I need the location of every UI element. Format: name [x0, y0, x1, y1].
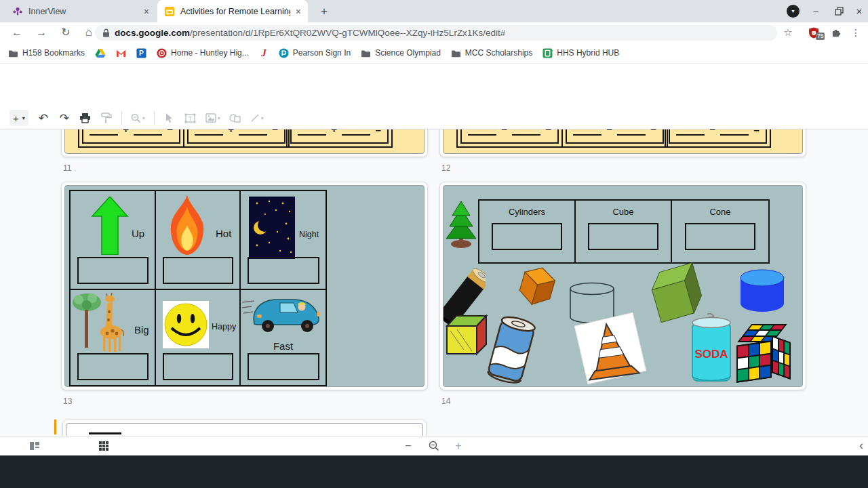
bookmark-gmail[interactable] — [116, 49, 126, 58]
hhs-hub-icon — [542, 48, 553, 58]
magnifier-icon — [131, 113, 141, 123]
slide-grid-canvas: +− +− += 11 −− −− −= 12 Up — [0, 129, 868, 436]
tab-title: Activities for Remote Learning - G — [180, 7, 290, 16]
filmstrip-view-button[interactable] — [27, 436, 42, 455]
bookmark-label: Home - Huntley Hig... — [171, 48, 249, 58]
slide-11-number: 11 — [63, 163, 71, 173]
new-slide-button[interactable]: +▾ — [9, 110, 28, 126]
bookmark-folder-h158[interactable]: H158 Bookmarks — [8, 48, 85, 58]
new-tab-button[interactable]: + — [316, 3, 332, 20]
grid-view-button[interactable] — [96, 436, 111, 455]
bookmarks-bar: H158 Bookmarks P Home - Huntley Hig... J… — [0, 43, 868, 64]
bookmark-jostens[interactable]: J — [259, 47, 269, 58]
shape-sorting-table: Cylinders Cube Cone — [478, 199, 770, 264]
undo-button[interactable]: ↶ — [37, 110, 50, 126]
window-restore-button[interactable] — [830, 0, 848, 22]
puzzle-icon — [831, 28, 841, 38]
column-cube: Cube — [576, 201, 672, 262]
bookmark-label: Pearson Sign In — [293, 48, 351, 58]
column-cylinders: Cylinders — [479, 201, 576, 262]
media-controls-button[interactable]: ▾ — [787, 5, 800, 18]
fast-car-image — [242, 291, 321, 338]
soda-label: SODA — [694, 348, 728, 361]
cell-big: Big — [71, 290, 156, 385]
jostens-icon: J — [259, 47, 269, 58]
yellow-cube-image — [443, 310, 490, 358]
zoom-out-button[interactable]: − — [400, 436, 416, 455]
fire-image — [165, 194, 209, 256]
traffic-cone-image — [566, 309, 654, 387]
insert-shape-button[interactable] — [229, 110, 241, 126]
tab-title: InnerView — [28, 7, 138, 16]
bookmark-hhs-hybrid-hub[interactable]: HHS Hybrid HUB — [542, 48, 619, 58]
browser-menu-button[interactable]: ⋮ — [848, 22, 864, 43]
chevron-down-icon: ▾ — [22, 115, 25, 121]
column-cone: Cone — [672, 201, 768, 262]
bookmark-folder-mcc-scholarships[interactable]: MCC Scholarships — [451, 48, 532, 58]
text-box-button[interactable]: T — [184, 110, 197, 126]
bookmark-drive[interactable] — [95, 48, 106, 58]
word-picture-table: Up Hot — [69, 190, 327, 386]
chevron-down-icon: ▾ — [142, 115, 145, 121]
math-box: −− — [456, 129, 563, 148]
bookmark-pearson[interactable]: Pearson Sign In — [279, 48, 351, 58]
pearson-icon — [279, 48, 289, 58]
chevron-down-icon: ▾ — [261, 115, 264, 121]
math-box: +− — [78, 129, 184, 148]
slide-12-thumbnail[interactable]: −− −− −= — [439, 129, 806, 157]
answer-box — [248, 257, 319, 284]
label-night: Night — [299, 230, 319, 239]
tab-slides[interactable]: Activities for Remote Learning - G × — [157, 0, 308, 22]
tab-innerview[interactable]: InnerView × — [5, 0, 156, 22]
cell-night: Night — [241, 191, 326, 290]
bookmark-folder-science-olympiad[interactable]: Science Olympiad — [361, 48, 441, 58]
text-box-icon: T — [184, 113, 196, 123]
slide-15-thumbnail[interactable] — [62, 420, 427, 436]
bookmark-star-button[interactable]: ☆ — [780, 22, 796, 43]
label-up: Up — [132, 228, 144, 239]
slide-11-thumbnail[interactable]: +− +− += — [61, 129, 428, 157]
reload-button[interactable]: ↻ — [57, 22, 75, 43]
extensions-puzzle-button[interactable] — [827, 22, 844, 43]
slide-14-thumbnail[interactable]: Cylinders Cube Cone — [439, 182, 806, 390]
cursor-icon — [165, 113, 174, 123]
zoom-magnifier-button[interactable] — [426, 436, 442, 455]
pine-tree-image — [446, 201, 477, 249]
label-big: Big — [134, 324, 149, 336]
slide-14-number: 14 — [441, 396, 450, 406]
answer-box — [248, 353, 319, 380]
forward-button[interactable]: → — [33, 22, 50, 43]
bookmark-powerschool[interactable]: P — [136, 48, 146, 58]
side-panel-collapse-button[interactable]: ‹ — [854, 436, 868, 455]
bookmark-huntley-home[interactable]: Home - Huntley Hig... — [157, 48, 249, 58]
bookmark-label: H158 Bookmarks — [22, 48, 85, 58]
select-tool-button[interactable] — [163, 110, 176, 126]
window-close-button[interactable]: × — [850, 0, 868, 22]
soda-can-image: SODA — [690, 313, 733, 387]
insert-line-button[interactable]: ▾ — [250, 110, 264, 126]
chevron-down-icon: ▾ — [218, 115, 220, 121]
slide-12-number: 12 — [441, 163, 450, 173]
night-sky-image — [249, 197, 295, 259]
back-button[interactable]: ← — [8, 22, 26, 43]
url-omnibox[interactable]: docs.google.com/presentation/d/1RpEr6XtQ… — [95, 25, 777, 41]
math-box: +− — [183, 129, 290, 148]
slides-header: Activities for Remote Learning ☆ File Ed… — [0, 64, 868, 107]
redo-button[interactable]: ↷ — [58, 110, 71, 126]
tab-close-icon[interactable]: × — [296, 7, 301, 16]
insert-image-button[interactable]: ▾ — [205, 110, 220, 126]
window-minimize-button[interactable]: – — [807, 0, 825, 22]
paint-format-button[interactable] — [100, 110, 113, 126]
slide-13-thumbnail[interactable]: Up Hot — [61, 182, 428, 390]
label-hot: Hot — [216, 228, 231, 239]
tab-close-icon[interactable]: × — [144, 7, 149, 16]
innerview-favicon — [12, 6, 23, 17]
zoom-tool-button[interactable]: ▾ — [131, 110, 145, 126]
print-button[interactable] — [79, 110, 92, 126]
bookmark-label: MCC Scholarships — [465, 48, 532, 58]
label-happy: Happy — [212, 322, 236, 331]
zoom-in-button[interactable]: + — [450, 436, 467, 455]
lock-icon — [102, 28, 110, 37]
slide-13-number: 13 — [63, 396, 72, 406]
slide-14-content: Cylinders Cube Cone — [443, 185, 803, 387]
